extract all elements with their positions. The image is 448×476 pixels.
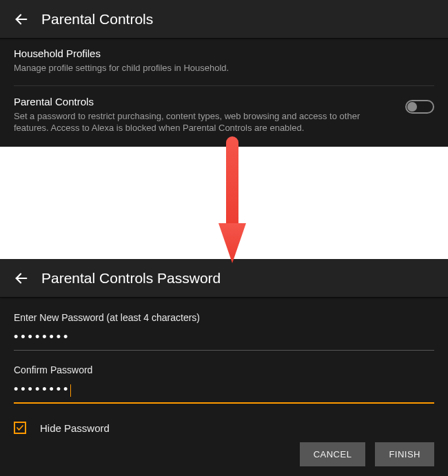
settings-screen-top: Parental Controls Household Profiles Man… [0, 0, 448, 147]
back-arrow-icon[interactable] [12, 269, 30, 287]
password-form: Enter New Password (at least 4 character… [0, 297, 448, 434]
parental-controls-toggle[interactable] [405, 100, 434, 114]
svg-rect-1 [226, 136, 238, 233]
text-cursor [70, 384, 71, 397]
settings-list: Household Profiles Manage profile settin… [0, 38, 448, 145]
header-bar: Parental Controls [0, 0, 448, 38]
transition-arrow-icon [218, 135, 247, 265]
row-desc: Manage profile settings for child profil… [14, 62, 423, 74]
new-password-block: Enter New Password (at least 4 character… [14, 312, 434, 351]
row-desc: Set a password to restrict purchasing, c… [14, 110, 394, 134]
confirm-password-input[interactable]: •••••••• [14, 381, 434, 404]
hide-password-row[interactable]: Hide Password [14, 422, 434, 434]
row-title: Parental Controls [14, 96, 394, 107]
page-title: Parental Controls [41, 11, 153, 28]
parental-controls-row[interactable]: Parental Controls Set a password to rest… [14, 96, 434, 145]
new-password-input[interactable]: •••••••• [14, 329, 434, 351]
hide-password-label: Hide Password [40, 422, 110, 434]
row-title: Household Profiles [14, 48, 423, 59]
confirm-password-block: Confirm Password •••••••• [14, 364, 434, 404]
header-bar: Parental Controls Password [0, 259, 448, 297]
household-profiles-row[interactable]: Household Profiles Manage profile settin… [14, 48, 434, 86]
password-screen: Parental Controls Password Enter New Pas… [0, 259, 448, 476]
field-label: Confirm Password [14, 364, 434, 375]
toggle-knob [407, 102, 417, 112]
finish-button[interactable]: FINISH [375, 442, 434, 466]
button-row: CANCEL FINISH [300, 442, 434, 466]
cancel-button[interactable]: CANCEL [300, 442, 366, 466]
back-arrow-icon[interactable] [12, 10, 30, 28]
hide-password-checkbox[interactable] [14, 422, 26, 434]
field-label: Enter New Password (at least 4 character… [14, 312, 434, 323]
page-title: Parental Controls Password [41, 270, 221, 287]
